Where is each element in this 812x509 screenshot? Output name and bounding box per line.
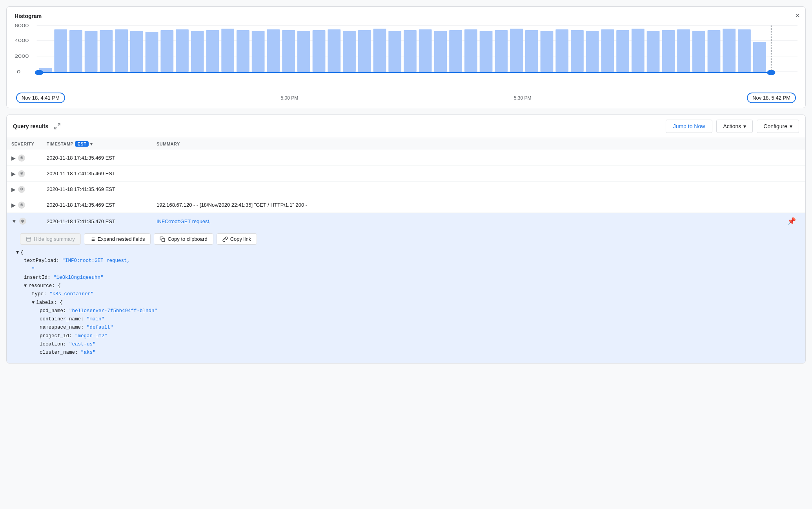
svg-rect-24 <box>282 30 295 72</box>
time-label-530: 5:30 PM <box>514 95 532 101</box>
row5-summary: INFO:root:GET request, 📌 <box>152 213 805 229</box>
svg-line-60 <box>58 124 60 125</box>
row4-summary: 192.168.67.120 - - [18/Nov/2020 22:41:35… <box>152 198 805 212</box>
svg-rect-30 <box>373 29 386 72</box>
hide-log-summary-button[interactable]: Hide log summary <box>20 233 81 245</box>
table-row-expanded: ▼ ❄ 2020-11-18 17:41:35.470 EST INFO:roo… <box>7 213 805 229</box>
table-header: SEVERITY TIMESTAMP EST ▾ SUMMARY <box>7 138 805 150</box>
svg-text:2000: 2000 <box>15 54 29 59</box>
histogram-title: Histogram <box>15 13 797 19</box>
expand-icon <box>54 123 61 130</box>
row2-expand-button[interactable]: ▶ <box>11 171 16 177</box>
results-header: Query results Jump to Now Actions ▾ Conf… <box>7 115 805 138</box>
query-results-panel: Query results Jump to Now Actions ▾ Conf… <box>6 115 806 364</box>
svg-rect-27 <box>328 29 340 72</box>
svg-rect-38 <box>495 30 508 72</box>
close-button[interactable]: × <box>795 11 800 19</box>
row4-severity: ▶ ❄ <box>7 198 42 213</box>
expand-nested-icon <box>90 236 95 242</box>
row5-timestamp: 2020-11-18 17:41:35.470 EST <box>42 215 152 228</box>
svg-rect-36 <box>464 29 477 72</box>
table-row: ▶ ❄ 2020-11-18 17:41:35.469 EST <box>7 182 805 197</box>
actions-button[interactable]: Actions ▾ <box>716 120 753 133</box>
svg-rect-15 <box>146 32 158 72</box>
svg-rect-48 <box>647 31 660 72</box>
copy-link-button[interactable]: Copy link <box>217 233 257 245</box>
table-row: ▶ ❄ 2020-11-18 17:41:35.469 EST 192.168.… <box>7 197 805 213</box>
copy-to-clipboard-button[interactable]: Copy to clipboard <box>154 233 213 245</box>
row3-expand-button[interactable]: ▶ <box>11 186 16 193</box>
svg-rect-54 <box>738 29 751 72</box>
row3-summary <box>152 185 805 193</box>
svg-rect-39 <box>510 29 523 72</box>
table-row: ▶ ❄ 2020-11-18 17:41:35.469 EST <box>7 166 805 182</box>
end-time-badge: Nov 18, 5:42 PM <box>747 93 796 103</box>
svg-rect-70 <box>162 238 165 242</box>
row2-severity: ▶ ❄ <box>7 166 42 181</box>
row2-severity-icon: ❄ <box>18 170 25 177</box>
svg-rect-11 <box>85 31 98 72</box>
results-title: Query results <box>13 123 48 129</box>
row5-severity: ▼ ❄ <box>7 214 42 229</box>
histogram-panel: Histogram × 6000 4000 2000 0 <box>6 6 806 108</box>
jump-to-now-button[interactable]: Jump to Now <box>666 120 713 133</box>
svg-rect-62 <box>27 237 31 241</box>
svg-rect-20 <box>221 29 234 72</box>
row5-summary-text: INFO:root:GET request, <box>157 218 211 224</box>
svg-rect-49 <box>662 30 675 72</box>
svg-rect-51 <box>692 31 705 72</box>
row1-timestamp: 2020-11-18 17:41:35.469 EST <box>42 151 152 165</box>
svg-rect-31 <box>388 31 401 72</box>
svg-rect-44 <box>586 31 599 72</box>
row2-summary <box>152 170 805 178</box>
row5-severity-icon: ❄ <box>19 218 26 225</box>
svg-text:4000: 4000 <box>15 38 29 43</box>
svg-rect-34 <box>434 31 447 72</box>
row1-severity: ▶ ❄ <box>7 151 42 165</box>
svg-rect-47 <box>632 29 645 72</box>
configure-button[interactable]: Configure ▾ <box>757 120 799 133</box>
row5-collapse-button[interactable]: ▼ <box>11 218 17 224</box>
row4-timestamp: 2020-11-18 17:41:35.469 EST <box>42 198 152 212</box>
table-row: ▶ ❄ 2020-11-18 17:41:35.469 EST <box>7 150 805 166</box>
svg-text:6000: 6000 <box>15 23 29 28</box>
svg-rect-21 <box>237 30 249 72</box>
row4-severity-icon: ❄ <box>18 202 25 209</box>
svg-rect-40 <box>525 30 538 72</box>
timezone-dropdown-icon: ▾ <box>90 142 93 147</box>
copy-clipboard-icon <box>160 236 165 242</box>
histogram-time-axis: Nov 18, 4:41 PM 5:00 PM 5:30 PM Nov 18, … <box>15 93 797 103</box>
svg-rect-25 <box>297 31 310 72</box>
svg-rect-13 <box>115 29 128 72</box>
svg-rect-29 <box>358 30 371 72</box>
row4-expand-button[interactable]: ▶ <box>11 202 16 208</box>
row1-expand-button[interactable]: ▶ <box>11 155 16 161</box>
pin-icon: 📌 <box>787 217 801 225</box>
row3-timestamp: 2020-11-18 17:41:35.469 EST <box>42 182 152 196</box>
column-header-summary: SUMMARY <box>152 141 805 147</box>
svg-rect-33 <box>419 29 432 72</box>
row2-timestamp: 2020-11-18 17:41:35.469 EST <box>42 167 152 180</box>
svg-rect-22 <box>252 31 265 72</box>
svg-rect-50 <box>677 29 690 72</box>
column-header-timestamp: TIMESTAMP EST ▾ <box>42 141 152 147</box>
svg-rect-37 <box>480 31 493 72</box>
expand-panel-button[interactable] <box>52 122 62 131</box>
svg-rect-23 <box>267 29 280 72</box>
svg-rect-10 <box>69 30 82 72</box>
column-header-severity: SEVERITY <box>7 141 42 147</box>
svg-rect-9 <box>54 29 67 72</box>
svg-rect-16 <box>160 30 173 72</box>
copy-link-icon <box>222 236 228 242</box>
svg-rect-42 <box>555 29 568 72</box>
svg-rect-52 <box>708 30 721 72</box>
svg-rect-12 <box>100 30 113 72</box>
expand-nested-button[interactable]: Expand nested fields <box>84 233 151 245</box>
log-payload: ▼{ textPayload: "INFO:root:GET request, … <box>16 249 796 357</box>
configure-chevron-icon: ▾ <box>790 123 792 129</box>
svg-rect-26 <box>313 30 326 72</box>
timezone-badge[interactable]: EST <box>75 141 89 147</box>
log-toolbar: Hide log summary Expand nested fields Co… <box>16 233 796 245</box>
log-detail-panel: Hide log summary Expand nested fields Co… <box>7 229 805 363</box>
svg-rect-55 <box>753 42 766 72</box>
